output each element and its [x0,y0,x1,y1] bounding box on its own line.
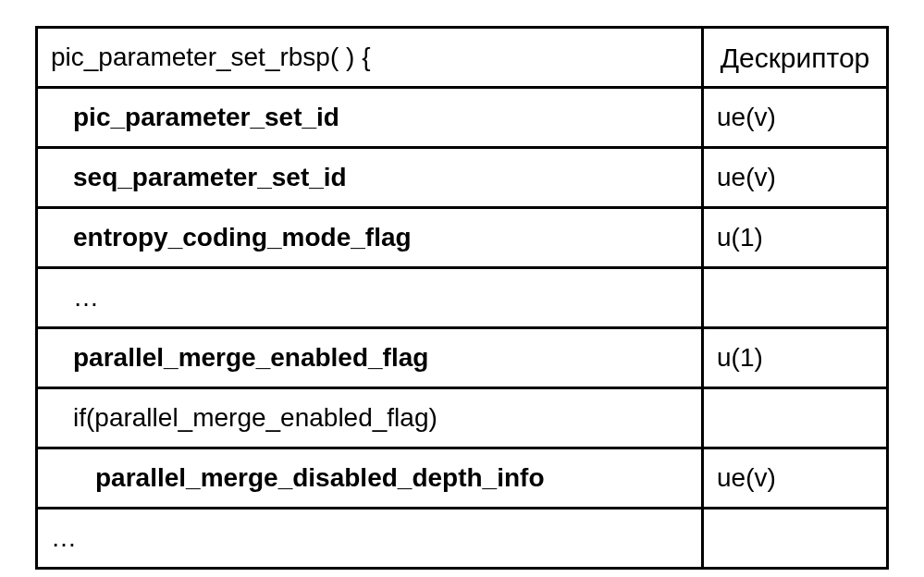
syntax-cell: entropy_coding_mode_flag [37,208,703,268]
table-row: pic_parameter_set_idue(v) [37,88,888,148]
descriptor-cell [703,509,888,569]
syntax-cell: seq_parameter_set_id [37,148,703,208]
syntax-cell: pic_parameter_set_id [37,88,703,148]
table-row: if(parallel_merge_enabled_flag) [37,388,888,448]
descriptor-cell [703,388,888,448]
descriptor-cell: u(1) [703,208,888,268]
syntax-cell: if(parallel_merge_enabled_flag) [37,388,703,448]
table-row: … [37,268,888,328]
table-row: parallel_merge_disabled_depth_infoue(v) [37,448,888,509]
syntax-cell: … [37,509,703,569]
descriptor-cell: ue(v) [703,88,888,148]
table-header-row: pic_parameter_set_rbsp( ) {Дескриптор [37,28,888,88]
header-descriptor-cell: Дескриптор [703,28,888,88]
table-row: entropy_coding_mode_flagu(1) [37,208,888,268]
table-row: seq_parameter_set_idue(v) [37,148,888,208]
table-row: … [37,509,888,569]
descriptor-cell: u(1) [703,328,888,388]
syntax-cell: parallel_merge_enabled_flag [37,328,703,388]
descriptor-cell [703,268,888,328]
syntax-cell: … [37,268,703,328]
syntax-table: pic_parameter_set_rbsp( ) {Дескрипторpic… [35,26,889,570]
descriptor-cell: ue(v) [703,448,888,509]
table-row: parallel_merge_enabled_flagu(1) [37,328,888,388]
header-syntax-cell: pic_parameter_set_rbsp( ) { [37,28,703,88]
syntax-cell: parallel_merge_disabled_depth_info [37,448,703,509]
descriptor-cell: ue(v) [703,148,888,208]
